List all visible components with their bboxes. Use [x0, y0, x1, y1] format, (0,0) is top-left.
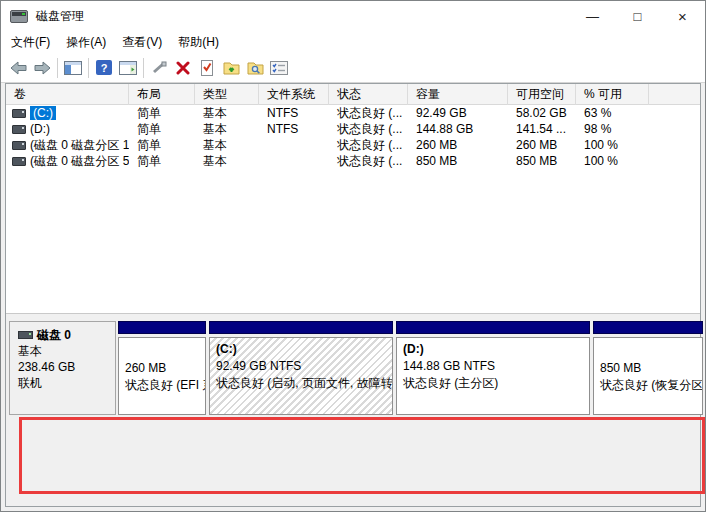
- properties-icon[interactable]: [195, 56, 219, 80]
- column-header-free-space[interactable]: 可用空间: [508, 84, 576, 105]
- column-header-volume[interactable]: 卷: [6, 84, 129, 105]
- column-header-type[interactable]: 类型: [195, 84, 259, 105]
- cell-layout: 简单: [129, 137, 195, 154]
- partition-color-strip: [209, 321, 393, 334]
- partition-block-efi[interactable]: 260 MB 状态良好 (EFI 系: [118, 321, 206, 415]
- column-header-filesystem[interactable]: 文件系统: [259, 84, 329, 105]
- toolbar-separator: [88, 58, 89, 78]
- cell-status: 状态良好 (...: [329, 153, 408, 170]
- cell-capacity: 144.88 GB: [408, 122, 508, 136]
- partition-color-strip: [118, 321, 206, 334]
- disk-drive-app-icon: [10, 10, 28, 23]
- tool-icon[interactable]: [147, 56, 171, 80]
- show-console-tree-icon[interactable]: [61, 56, 85, 80]
- cell-filesystem: NTFS: [259, 106, 329, 120]
- cell-percent-free: 98 %: [576, 122, 649, 136]
- close-button[interactable]: ×: [660, 1, 705, 31]
- menu-view[interactable]: 查看(V): [114, 31, 170, 53]
- column-header-status[interactable]: 状态: [329, 84, 408, 105]
- cell-type: 基本: [195, 105, 259, 122]
- disk-status: 联机: [18, 375, 115, 391]
- forward-icon[interactable]: [30, 56, 54, 80]
- cell-percent-free: 100 %: [576, 154, 649, 168]
- help-icon[interactable]: ?: [92, 56, 116, 80]
- details-icon[interactable]: [267, 56, 291, 80]
- column-header-percent-free[interactable]: % 可用: [576, 84, 649, 105]
- cell-type: 基本: [195, 153, 259, 170]
- partition-status: 状态良好 (EFI 系: [125, 377, 205, 394]
- table-row-partition-5[interactable]: (磁盘 0 磁盘分区 5) 简单 基本 状态良好 (... 850 MB 850…: [6, 153, 700, 169]
- cell-free-space: 260 MB: [508, 138, 576, 152]
- cell-status: 状态良好 (...: [329, 105, 408, 122]
- partition-name: (D:): [403, 341, 589, 358]
- menu-help[interactable]: 帮助(H): [170, 31, 227, 53]
- cell-status: 状态良好 (...: [329, 121, 408, 138]
- column-header-layout[interactable]: 布局: [129, 84, 195, 105]
- cell-free-space: 850 MB: [508, 154, 576, 168]
- toolbar-separator: [57, 58, 58, 78]
- cell-percent-free: 100 %: [576, 138, 649, 152]
- minimize-button[interactable]: —: [570, 1, 615, 31]
- menu-action[interactable]: 操作(A): [58, 31, 114, 53]
- delete-volume-icon[interactable]: [171, 56, 195, 80]
- partition-block-c[interactable]: (C:) 92.49 GB NTFS 状态良好 (启动, 页面文件, 故障转储: [209, 321, 393, 415]
- volume-icon: [12, 109, 26, 118]
- disk-icon: [18, 331, 33, 339]
- table-row-volume-d[interactable]: (D:) 简单 基本 NTFS 状态良好 (... 144.88 GB 141.…: [6, 121, 700, 137]
- partition-name: (C:): [216, 341, 392, 358]
- cell-free-space: 58.02 GB: [508, 106, 576, 120]
- cell-percent-free: 63 %: [576, 106, 649, 120]
- show-action-pane-icon[interactable]: [116, 56, 140, 80]
- window-title: 磁盘管理: [36, 8, 570, 25]
- volume-icon: [12, 157, 26, 166]
- volume-name: (C:): [30, 106, 56, 120]
- volume-name: (磁盘 0 磁盘分区 1): [30, 137, 129, 154]
- volume-icon: [12, 125, 26, 134]
- cell-filesystem: NTFS: [259, 122, 329, 136]
- partition-status: 状态良好 (启动, 页面文件, 故障转储: [216, 375, 392, 392]
- toolbar: ?: [1, 53, 705, 83]
- disk-type: 基本: [18, 343, 115, 359]
- table-row-partition-1[interactable]: (磁盘 0 磁盘分区 1) 简单 基本 状态良好 (... 260 MB 260…: [6, 137, 700, 153]
- cell-status: 状态良好 (...: [329, 137, 408, 154]
- annotation-highlight-rect: [19, 417, 705, 494]
- menu-bar: 文件(F) 操作(A) 查看(V) 帮助(H): [1, 31, 705, 53]
- cell-capacity: 92.49 GB: [408, 106, 508, 120]
- volume-list-pane: 卷 布局 类型 文件系统 状态 容量 可用空间 % 可用 (C:) 简单 基本 …: [6, 84, 700, 313]
- maximize-button[interactable]: □: [615, 1, 660, 31]
- partition-color-strip: [396, 321, 590, 334]
- cell-type: 基本: [195, 137, 259, 154]
- volume-icon: [12, 141, 26, 150]
- partition-block-d[interactable]: (D:) 144.88 GB NTFS 状态良好 (主分区): [396, 321, 590, 415]
- table-row-volume-c[interactable]: (C:) 简单 基本 NTFS 状态良好 (... 92.49 GB 58.02…: [6, 105, 700, 121]
- volume-list-header: 卷 布局 类型 文件系统 状态 容量 可用空间 % 可用: [6, 84, 700, 105]
- back-icon[interactable]: [6, 56, 30, 80]
- volume-name: (磁盘 0 磁盘分区 5): [30, 153, 129, 170]
- partition-status: 状态良好 (恢复分区): [600, 377, 702, 394]
- disk-0-info-box[interactable]: 磁盘 0 基本 238.46 GB 联机: [9, 321, 116, 415]
- partition-size: 260 MB: [125, 360, 205, 377]
- column-header-capacity[interactable]: 容量: [408, 84, 508, 105]
- cell-free-space: 141.54 ...: [508, 122, 576, 136]
- partition-size: 850 MB: [600, 360, 702, 377]
- cell-capacity: 850 MB: [408, 154, 508, 168]
- partition-size: 92.49 GB NTFS: [216, 358, 392, 375]
- column-header-blank: [649, 84, 700, 105]
- disk-name: 磁盘 0: [37, 327, 71, 343]
- partition-color-strip: [593, 321, 703, 334]
- partition-block-recovery[interactable]: 850 MB 状态良好 (恢复分区): [593, 321, 703, 415]
- toolbar-separator: [143, 58, 144, 78]
- partition-status: 状态良好 (主分区): [403, 375, 589, 392]
- title-bar: 磁盘管理 — □ ×: [1, 1, 705, 31]
- open-icon[interactable]: [219, 56, 243, 80]
- partition-size: 144.88 GB NTFS: [403, 358, 589, 375]
- disk-size: 238.46 GB: [18, 359, 115, 375]
- explore-icon[interactable]: [243, 56, 267, 80]
- volume-name: (D:): [30, 122, 50, 136]
- cell-layout: 简单: [129, 153, 195, 170]
- menu-file[interactable]: 文件(F): [3, 31, 58, 53]
- cell-capacity: 260 MB: [408, 138, 508, 152]
- cell-layout: 简单: [129, 121, 195, 138]
- cell-type: 基本: [195, 121, 259, 138]
- cell-layout: 简单: [129, 105, 195, 122]
